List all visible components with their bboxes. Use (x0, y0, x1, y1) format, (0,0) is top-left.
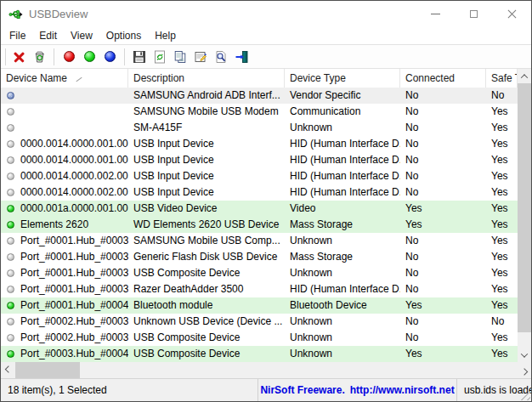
device-type-cell: Mass Storage (285, 249, 400, 265)
item-count-text: 18 item(s), 1 Selected (8, 384, 107, 396)
table-row[interactable]: 0000.0014.0000.002.00...USB Input Device… (1, 168, 518, 184)
connected-cell: No (400, 136, 486, 152)
scroll-down-button[interactable] (518, 348, 531, 362)
table-row[interactable]: SAMSUNG Android ADB Interf...Vendor Spec… (1, 88, 518, 104)
safe-to-unplug-cell: Yes (486, 281, 518, 297)
device-name-text: 0000.0014.0000.001.00... (20, 136, 128, 152)
menu-item-edit[interactable]: Edit (32, 27, 64, 44)
column-header-device-name[interactable]: Device Name (1, 69, 128, 88)
connected-cell: Yes (400, 297, 486, 314)
refresh-button[interactable] (150, 47, 170, 67)
table-row[interactable]: Port_#0002.Hub_#0003Unknown USB Device (… (1, 314, 518, 330)
freeware-text: NirSoft Freeware. (260, 384, 344, 396)
table-row[interactable]: 0000.0014.0000.001.00...USB Input Device… (1, 136, 518, 152)
properties-button[interactable] (190, 47, 211, 67)
scroll-up-button[interactable] (518, 69, 531, 83)
blue-ball-button[interactable] (99, 47, 120, 67)
column-header-device-type[interactable]: Device Type (285, 69, 400, 88)
trash-button[interactable] (29, 47, 49, 67)
connected-cell: No (400, 184, 486, 201)
column-header-safe-to-unplug[interactable]: Safe To Unplug (486, 69, 518, 88)
table-row[interactable]: Port_#0001.Hub_#0003Razer DeathAdder 350… (1, 281, 518, 297)
table-row[interactable]: Port_#0003.Hub_#0004USB Composite Device… (1, 346, 518, 362)
menu-item-help[interactable]: Help (148, 27, 183, 44)
scroll-right-button[interactable] (517, 362, 531, 378)
chevron-left-icon (4, 365, 11, 372)
toolbar (1, 44, 531, 69)
description-cell: SAMSUNG Mobile USB Modem (128, 104, 285, 120)
device-name-text: 0000.001a.0000.001.00... (20, 201, 128, 217)
blue-device-ball-icon (7, 92, 14, 99)
table-row[interactable]: SAMSUNG Mobile USB ModemCommunicationNoY… (1, 104, 518, 120)
device-type-cell: Bluetooth Device (285, 297, 400, 314)
device-type-cell: HID (Human Interface D... (285, 152, 400, 168)
menu-item-options[interactable]: Options (99, 27, 148, 44)
table-row[interactable]: Port_#0002.Hub_#0003USB Composite Device… (1, 330, 518, 346)
connected-cell: Yes (400, 201, 486, 217)
description-cell: SM-A415F (128, 120, 285, 136)
exit-button[interactable] (231, 47, 252, 67)
device-name-cell: Port_#0003.Hub_#0004 (1, 346, 128, 362)
device-type-cell: Unknown (285, 330, 400, 346)
column-header-description[interactable]: Description (128, 69, 285, 88)
table-row[interactable]: 0000.0014.0000.001.00...USB Input Device… (1, 152, 518, 168)
gray-device-ball-icon (7, 318, 14, 326)
connected-cell: No (400, 120, 486, 136)
uninstall-device-button[interactable] (8, 47, 29, 67)
table-row[interactable]: Port_#0001.Hub_#0004Bluetooth moduleBlue… (1, 297, 518, 314)
minimize-icon (431, 14, 440, 14)
vertical-scrollbar[interactable] (518, 69, 531, 362)
red-ball-button[interactable] (59, 47, 79, 67)
menu-item-file[interactable]: File (3, 27, 32, 44)
find-button[interactable] (211, 47, 231, 67)
horizontal-scrollbar[interactable] (1, 362, 531, 378)
nirsoft-link[interactable]: http://www.nirsoft.net (350, 384, 455, 396)
minimize-button[interactable] (416, 1, 455, 27)
copy-button[interactable] (170, 47, 190, 67)
connected-cell: No (400, 233, 486, 249)
column-header-connected[interactable]: Connected (400, 69, 486, 88)
refresh-icon (153, 50, 167, 64)
table-row[interactable]: 0000.001a.0000.001.00...USB Video Device… (1, 201, 518, 217)
device-type-cell: Unknown (285, 265, 400, 281)
scroll-left-button[interactable] (1, 362, 15, 378)
safe-to-unplug-cell: Yes (486, 104, 518, 120)
description-cell: USB Video Device (128, 201, 285, 217)
device-name-cell: Elements 2620 (1, 217, 128, 233)
gray-device-ball-icon (7, 237, 14, 245)
table-row[interactable]: 0000.0014.0000.002.00...USB Input Device… (1, 184, 518, 201)
safe-to-unplug-cell: Yes (486, 201, 518, 217)
device-type-cell: Unknown (285, 346, 400, 362)
description-cell: USB Input Device (128, 184, 285, 201)
device-name-text: Port_#0003.Hub_#0004 (20, 346, 128, 362)
table-rows: SAMSUNG Android ADB Interf...Vendor Spec… (1, 88, 518, 362)
horizontal-scrollbar-thumb[interactable] (15, 362, 80, 378)
column-label: Device Type (290, 70, 346, 88)
description-cell: USB Input Device (128, 152, 285, 168)
green-ball-button[interactable] (79, 47, 99, 67)
maximize-icon (470, 10, 478, 18)
table-row[interactable]: Elements 2620WD Elements 2620 USB Device… (1, 217, 518, 233)
status-usbids-panel: usb.ids is loaded (457, 379, 531, 401)
maximize-button[interactable] (455, 1, 493, 27)
save-button[interactable] (129, 47, 150, 67)
table-row[interactable]: Port_#0001.Hub_#0003SAMSUNG Mobile USB C… (1, 233, 518, 249)
exit-icon (235, 50, 249, 64)
description-cell: USB Input Device (128, 168, 285, 184)
safe-to-unplug-cell: Yes (486, 184, 518, 201)
menu-item-view[interactable]: View (64, 27, 99, 44)
close-button[interactable] (493, 1, 531, 27)
table-row[interactable]: Port_#0001.Hub_#0003Generic Flash Disk U… (1, 249, 518, 265)
device-name-cell (1, 120, 128, 136)
description-cell: USB Composite Device (128, 346, 285, 362)
green-device-ball-icon (7, 302, 14, 309)
device-name-cell: Port_#0001.Hub_#0003 (1, 233, 128, 249)
status-bar: 18 item(s), 1 Selected NirSoft Freeware.… (1, 378, 531, 401)
chevron-right-icon (520, 368, 527, 375)
description-cell: Bluetooth module (128, 297, 285, 314)
device-name-cell (1, 88, 128, 104)
table-row[interactable]: SM-A415FUnknownNoYes (1, 120, 518, 136)
device-name-text: Port_#0002.Hub_#0003 (20, 314, 128, 330)
vertical-scrollbar-thumb[interactable] (518, 83, 531, 332)
table-row[interactable]: Port_#0001.Hub_#0003USB Composite Device… (1, 265, 518, 281)
